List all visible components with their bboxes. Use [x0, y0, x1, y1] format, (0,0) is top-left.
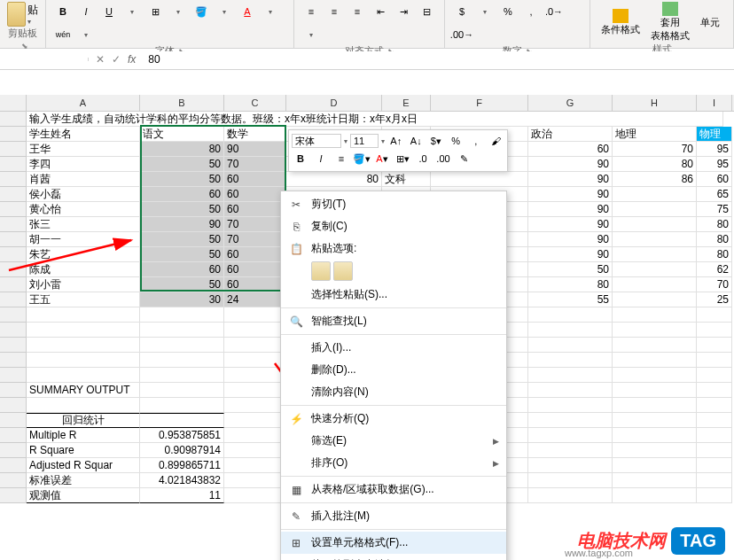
- underline-button[interactable]: U: [99, 2, 119, 21]
- cell[interactable]: [27, 323, 140, 338]
- cell[interactable]: [613, 398, 697, 413]
- cell[interactable]: [140, 368, 224, 383]
- format-icon[interactable]: ✎: [455, 151, 472, 167]
- cell[interactable]: [140, 338, 224, 353]
- table-format-button[interactable]: 套用 表格格式: [647, 2, 693, 43]
- cell[interactable]: 50: [140, 202, 224, 217]
- cell[interactable]: 55: [528, 292, 613, 307]
- cell[interactable]: 90: [528, 202, 613, 217]
- fill-color-button[interactable]: 🪣: [191, 2, 211, 21]
- cell[interactable]: [613, 262, 697, 277]
- cell[interactable]: [224, 338, 286, 353]
- cell[interactable]: [697, 323, 732, 338]
- cell[interactable]: [613, 413, 697, 428]
- name-box[interactable]: [0, 58, 89, 61]
- select-all-corner[interactable]: [0, 95, 27, 111]
- cell[interactable]: 朱艺: [27, 247, 140, 262]
- cell[interactable]: 60: [224, 262, 286, 277]
- currency-icon[interactable]: $▾: [427, 133, 445, 149]
- percent-icon[interactable]: %: [448, 133, 465, 149]
- column-header[interactable]: A: [27, 95, 140, 111]
- cell[interactable]: 4.021843832: [140, 473, 224, 488]
- cell[interactable]: 60: [528, 142, 613, 157]
- cell[interactable]: 政治: [528, 127, 613, 142]
- cell[interactable]: R Square: [27, 443, 140, 458]
- column-header[interactable]: B: [140, 95, 224, 111]
- cell[interactable]: 50: [140, 232, 224, 247]
- border-button[interactable]: ⊞: [145, 2, 165, 21]
- context-menu-item[interactable]: ⎘复制(C): [281, 215, 506, 237]
- increase-decimal-button[interactable]: .0→: [544, 2, 564, 21]
- cell[interactable]: [528, 398, 613, 413]
- column-header[interactable]: G: [528, 95, 613, 111]
- cell[interactable]: [697, 413, 732, 428]
- context-menu-item[interactable]: 🔍智能查找(L): [281, 310, 506, 332]
- row-header[interactable]: [0, 217, 27, 232]
- cell[interactable]: 70: [613, 142, 697, 157]
- context-menu-item[interactable]: ▦从表格/区域获取数据(G)...: [281, 478, 506, 501]
- cell[interactable]: [613, 202, 697, 217]
- context-menu-item[interactable]: 📋粘贴选项:: [281, 237, 506, 260]
- cell[interactable]: [697, 353, 732, 368]
- indent-right-button[interactable]: ⇥: [394, 2, 413, 21]
- row-header[interactable]: [0, 112, 27, 127]
- row-header[interactable]: [0, 187, 27, 202]
- fill-color-icon[interactable]: 🪣▾: [353, 151, 371, 167]
- cell[interactable]: [140, 353, 224, 368]
- italic-button[interactable]: I: [76, 2, 96, 21]
- font-family-select[interactable]: [292, 134, 341, 148]
- cell[interactable]: [224, 398, 286, 413]
- cell[interactable]: 学生姓名: [27, 127, 140, 142]
- cell[interactable]: [140, 398, 224, 413]
- row-header[interactable]: [0, 338, 27, 353]
- row-header[interactable]: [0, 458, 27, 473]
- paste-option-button[interactable]: [311, 261, 331, 281]
- context-menu-item[interactable]: 筛选(E)▶: [281, 430, 506, 452]
- cell[interactable]: 肖茜: [27, 172, 140, 187]
- paste-option-button[interactable]: [333, 261, 353, 281]
- cell[interactable]: 90: [224, 142, 286, 157]
- cell[interactable]: 60: [140, 187, 224, 202]
- context-menu-item[interactable]: ⚡快速分析(Q): [281, 408, 506, 430]
- cell[interactable]: 80: [528, 277, 613, 292]
- cell[interactable]: [613, 383, 697, 398]
- cell[interactable]: [224, 413, 286, 428]
- cell[interactable]: [224, 488, 286, 503]
- row-header[interactable]: [0, 473, 27, 488]
- cell[interactable]: [613, 368, 697, 383]
- context-menu-item[interactable]: 插入(I)...: [281, 337, 506, 359]
- context-menu-item[interactable]: 排序(O)▶: [281, 452, 506, 474]
- cell[interactable]: [697, 473, 732, 488]
- cell[interactable]: 观测值: [27, 488, 140, 503]
- cell[interactable]: 80: [613, 157, 697, 172]
- align-center-icon[interactable]: ≡: [324, 2, 344, 21]
- cell[interactable]: 地理: [613, 127, 697, 142]
- cell[interactable]: 60: [224, 277, 286, 292]
- cell[interactable]: 数学: [224, 127, 286, 142]
- cell[interactable]: 语文: [140, 127, 224, 142]
- cell[interactable]: [140, 383, 224, 398]
- cell[interactable]: [224, 307, 286, 323]
- cell[interactable]: 0.899865711: [140, 458, 224, 473]
- indent-left-button[interactable]: ⇤: [371, 2, 390, 21]
- cell[interactable]: [613, 473, 697, 488]
- cell[interactable]: [613, 217, 697, 232]
- cell[interactable]: [697, 338, 732, 353]
- cell[interactable]: 70: [224, 217, 286, 232]
- cell[interactable]: [613, 187, 697, 202]
- row-header[interactable]: [0, 398, 27, 413]
- increase-font-icon[interactable]: A↑: [387, 133, 405, 149]
- fx-icon[interactable]: fx: [128, 53, 136, 66]
- cell[interactable]: [140, 413, 224, 428]
- cell[interactable]: [528, 443, 613, 458]
- currency-button[interactable]: $: [452, 2, 472, 21]
- cell[interactable]: 张三: [27, 217, 140, 232]
- cell[interactable]: 90: [528, 232, 613, 247]
- cell[interactable]: [224, 473, 286, 488]
- comma-button[interactable]: ,: [521, 2, 541, 21]
- cell[interactable]: 90: [528, 217, 613, 232]
- cell[interactable]: 李四: [27, 157, 140, 172]
- cell[interactable]: 0.953875851: [140, 428, 224, 443]
- cell[interactable]: 物理: [697, 127, 732, 142]
- border-icon[interactable]: ⊞▾: [394, 151, 411, 167]
